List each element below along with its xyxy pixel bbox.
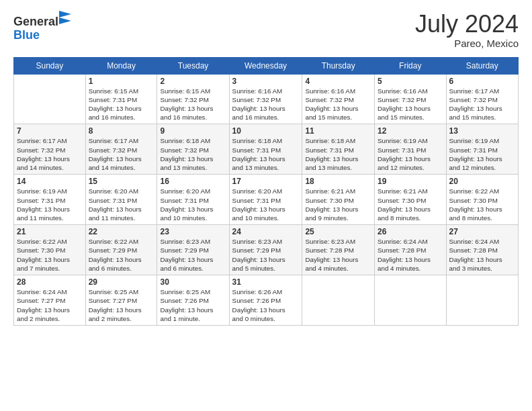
table-cell: 21Sunrise: 6:22 AMSunset: 7:30 PMDayligh… — [14, 225, 86, 275]
table-cell: 25Sunrise: 6:23 AMSunset: 7:28 PMDayligh… — [302, 225, 375, 275]
day-info: Sunrise: 6:21 AMSunset: 7:30 PMDaylight:… — [378, 187, 443, 222]
day-number: 18 — [305, 177, 371, 186]
day-info: Sunrise: 6:18 AMSunset: 7:31 PMDaylight:… — [305, 136, 371, 172]
day-info: Sunrise: 6:20 AMSunset: 7:31 PMDaylight:… — [160, 187, 226, 222]
day-number: 1 — [89, 77, 154, 86]
day-number: 19 — [378, 177, 443, 186]
table-cell: 20Sunrise: 6:22 AMSunset: 7:30 PMDayligh… — [446, 175, 518, 225]
month-title: July 2024 — [415, 11, 519, 38]
day-number: 29 — [89, 277, 154, 287]
header-tuesday: Tuesday — [157, 57, 229, 74]
header-thursday: Thursday — [302, 57, 375, 74]
day-info: Sunrise: 6:15 AMSunset: 7:31 PMDaylight:… — [89, 87, 154, 122]
table-cell — [446, 275, 518, 326]
svg-marker-0 — [59, 11, 71, 17]
day-number: 17 — [232, 177, 300, 186]
logo-general: General — [13, 15, 58, 28]
day-info: Sunrise: 6:24 AMSunset: 7:28 PMDaylight:… — [378, 237, 443, 273]
table-cell: 8Sunrise: 6:17 AMSunset: 7:32 PMDaylight… — [85, 124, 157, 175]
day-info: Sunrise: 6:26 AMSunset: 7:26 PMDaylight:… — [232, 287, 300, 323]
day-number: 12 — [378, 126, 443, 136]
day-number: 10 — [232, 126, 300, 136]
day-info: Sunrise: 6:19 AMSunset: 7:31 PMDaylight:… — [378, 136, 443, 172]
title-block: July 2024 Pareo, Mexico — [415, 11, 519, 49]
day-info: Sunrise: 6:23 AMSunset: 7:28 PMDaylight:… — [305, 237, 371, 273]
table-cell: 11Sunrise: 6:18 AMSunset: 7:31 PMDayligh… — [302, 124, 375, 175]
day-number: 4 — [305, 77, 371, 86]
weekday-header-row: Sunday Monday Tuesday Wednesday Thursday… — [14, 57, 519, 74]
day-number: 20 — [449, 177, 515, 186]
day-info: Sunrise: 6:20 AMSunset: 7:31 PMDaylight:… — [232, 187, 300, 222]
table-cell: 24Sunrise: 6:23 AMSunset: 7:29 PMDayligh… — [229, 225, 302, 275]
location: Pareo, Mexico — [415, 38, 519, 49]
logo-blue: Blue — [13, 28, 40, 42]
day-info: Sunrise: 6:25 AMSunset: 7:27 PMDaylight:… — [89, 287, 154, 323]
day-info: Sunrise: 6:23 AMSunset: 7:29 PMDaylight:… — [232, 237, 300, 273]
day-number: 26 — [378, 227, 443, 236]
table-cell: 2Sunrise: 6:15 AMSunset: 7:32 PMDaylight… — [157, 74, 229, 124]
day-number: 23 — [160, 227, 226, 236]
day-info: Sunrise: 6:19 AMSunset: 7:31 PMDaylight:… — [17, 187, 83, 222]
day-info: Sunrise: 6:25 AMSunset: 7:26 PMDaylight:… — [160, 287, 226, 323]
day-info: Sunrise: 6:21 AMSunset: 7:30 PMDaylight:… — [305, 187, 371, 222]
day-number: 5 — [378, 77, 443, 86]
table-cell: 22Sunrise: 6:22 AMSunset: 7:29 PMDayligh… — [85, 225, 157, 275]
table-cell: 10Sunrise: 6:18 AMSunset: 7:31 PMDayligh… — [229, 124, 302, 175]
header-wednesday: Wednesday — [229, 57, 302, 74]
table-cell — [302, 275, 375, 326]
page-header: General Blue July 2024 Pareo, Mexico — [13, 11, 519, 49]
table-cell: 9Sunrise: 6:18 AMSunset: 7:32 PMDaylight… — [157, 124, 229, 175]
logo: General Blue — [13, 11, 71, 42]
table-cell: 29Sunrise: 6:25 AMSunset: 7:27 PMDayligh… — [85, 275, 157, 326]
day-info: Sunrise: 6:18 AMSunset: 7:31 PMDaylight:… — [232, 136, 300, 172]
svg-marker-1 — [59, 17, 71, 24]
calendar-table: Sunday Monday Tuesday Wednesday Thursday… — [13, 57, 519, 326]
day-number: 3 — [232, 77, 300, 86]
table-cell: 13Sunrise: 6:19 AMSunset: 7:31 PMDayligh… — [446, 124, 518, 175]
day-number: 22 — [89, 227, 154, 236]
logo-flag-icon — [59, 11, 71, 26]
table-cell: 30Sunrise: 6:25 AMSunset: 7:26 PMDayligh… — [157, 275, 229, 326]
table-cell: 17Sunrise: 6:20 AMSunset: 7:31 PMDayligh… — [229, 175, 302, 225]
day-number: 28 — [17, 277, 83, 287]
day-info: Sunrise: 6:24 AMSunset: 7:28 PMDaylight:… — [449, 237, 515, 273]
day-number: 24 — [232, 227, 300, 236]
day-number: 31 — [232, 277, 300, 287]
day-number: 15 — [89, 177, 154, 186]
day-number: 21 — [17, 227, 83, 236]
day-number: 7 — [17, 126, 83, 136]
day-info: Sunrise: 6:23 AMSunset: 7:29 PMDaylight:… — [160, 237, 226, 273]
table-cell: 23Sunrise: 6:23 AMSunset: 7:29 PMDayligh… — [157, 225, 229, 275]
table-cell: 12Sunrise: 6:19 AMSunset: 7:31 PMDayligh… — [374, 124, 446, 175]
header-friday: Friday — [374, 57, 446, 74]
table-cell: 3Sunrise: 6:16 AMSunset: 7:32 PMDaylight… — [229, 74, 302, 124]
day-info: Sunrise: 6:19 AMSunset: 7:31 PMDaylight:… — [449, 136, 515, 172]
day-info: Sunrise: 6:24 AMSunset: 7:27 PMDaylight:… — [17, 287, 83, 323]
table-cell: 28Sunrise: 6:24 AMSunset: 7:27 PMDayligh… — [14, 275, 86, 326]
table-cell: 7Sunrise: 6:17 AMSunset: 7:32 PMDaylight… — [14, 124, 86, 175]
table-cell — [14, 74, 86, 124]
day-number: 2 — [160, 77, 226, 86]
day-number: 8 — [89, 126, 154, 136]
table-cell: 4Sunrise: 6:16 AMSunset: 7:32 PMDaylight… — [302, 74, 375, 124]
day-info: Sunrise: 6:20 AMSunset: 7:31 PMDaylight:… — [89, 187, 154, 222]
table-cell — [374, 275, 446, 326]
day-number: 16 — [160, 177, 226, 186]
table-cell: 14Sunrise: 6:19 AMSunset: 7:31 PMDayligh… — [14, 175, 86, 225]
day-number: 9 — [160, 126, 226, 136]
day-number: 6 — [449, 77, 515, 86]
table-cell: 18Sunrise: 6:21 AMSunset: 7:30 PMDayligh… — [302, 175, 375, 225]
day-number: 30 — [160, 277, 226, 287]
day-info: Sunrise: 6:22 AMSunset: 7:30 PMDaylight:… — [17, 237, 83, 273]
table-cell: 31Sunrise: 6:26 AMSunset: 7:26 PMDayligh… — [229, 275, 302, 326]
day-number: 11 — [305, 126, 371, 136]
table-cell: 16Sunrise: 6:20 AMSunset: 7:31 PMDayligh… — [157, 175, 229, 225]
header-monday: Monday — [85, 57, 157, 74]
day-info: Sunrise: 6:17 AMSunset: 7:32 PMDaylight:… — [449, 87, 515, 122]
day-info: Sunrise: 6:18 AMSunset: 7:32 PMDaylight:… — [160, 136, 226, 172]
day-info: Sunrise: 6:17 AMSunset: 7:32 PMDaylight:… — [17, 136, 83, 172]
day-info: Sunrise: 6:22 AMSunset: 7:30 PMDaylight:… — [449, 187, 515, 222]
day-info: Sunrise: 6:17 AMSunset: 7:32 PMDaylight:… — [89, 136, 154, 172]
table-cell: 15Sunrise: 6:20 AMSunset: 7:31 PMDayligh… — [85, 175, 157, 225]
table-cell: 1Sunrise: 6:15 AMSunset: 7:31 PMDaylight… — [85, 74, 157, 124]
